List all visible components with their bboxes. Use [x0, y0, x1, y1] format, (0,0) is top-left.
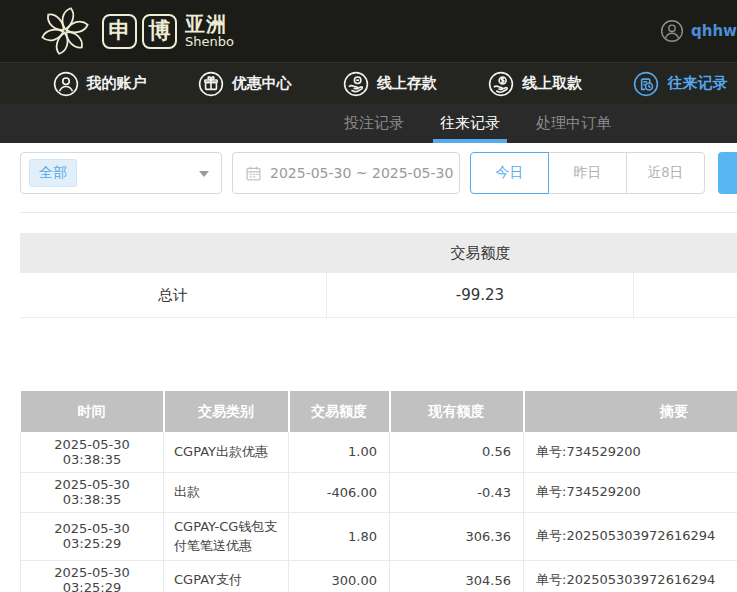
nav-label: 往来记录 — [667, 74, 727, 93]
summary-header-row: 交易额度 — [20, 233, 737, 273]
summary-total-row: 总计 -99.23 — [20, 273, 737, 318]
cell-memo: 单号:734529200 — [524, 432, 737, 472]
summary-empty-cell — [634, 273, 737, 317]
cell-memo: 单号:202505303972616294 — [524, 560, 737, 592]
cell-balance: -0.43 — [390, 472, 524, 512]
yesterday-button[interactable]: 昨日 — [548, 152, 627, 194]
table-row: 2025-05-30 03:25:29 CGPAY支付 300.00 304.5… — [21, 560, 737, 592]
nav-label: 优惠中心 — [232, 74, 292, 93]
divider — [20, 212, 737, 213]
chevron-down-icon — [199, 171, 209, 177]
tab-label: 处理中订单 — [536, 114, 611, 133]
last-8-days-button[interactable]: 近8日 — [626, 152, 705, 194]
search-button[interactable] — [718, 152, 737, 194]
user-avatar-icon — [660, 19, 684, 43]
col-header-type: 交易类别 — [164, 391, 289, 432]
record-tab-bar: 投注记录 往来记录 处理中订单 — [0, 104, 737, 143]
nav-item-promotions[interactable]: 优惠中心 — [172, 63, 317, 104]
quick-date-buttons: 今日 昨日 近8日 — [470, 152, 705, 194]
withdraw-icon — [488, 71, 514, 97]
summary-total-value: -99.23 — [327, 273, 634, 317]
summary-table: 交易额度 总计 -99.23 — [20, 233, 737, 318]
tab-betting-records[interactable]: 投注记录 — [340, 104, 408, 143]
transaction-records-page: 申 博 亚洲 Shenbo qhhw2 我的账户 — [0, 0, 737, 592]
cell-memo: 单号:202505303972616294 — [524, 512, 737, 560]
tab-pending-orders[interactable]: 处理中订单 — [532, 104, 615, 143]
cell-amount: 1.80 — [289, 512, 390, 560]
cell-balance: 0.56 — [390, 432, 524, 472]
cell-balance: 304.56 — [390, 560, 524, 592]
records-icon — [633, 71, 659, 97]
table-row: 2025-05-30 03:38:35 出款 -406.00 -0.43 单号:… — [21, 472, 737, 512]
filter-toolbar: 全部 2025-05-30 ~ 2025-05-30 今日 昨日 近8日 — [0, 152, 737, 194]
main-navigation: 我的账户 优惠中心 — [0, 62, 737, 104]
summary-total-label: 总计 — [20, 273, 327, 317]
cell-time: 2025-05-30 03:38:35 — [21, 432, 164, 472]
account-icon — [53, 71, 79, 97]
date-range-input[interactable]: 2025-05-30 ~ 2025-05-30 — [232, 152, 460, 194]
cell-type: 出款 — [164, 472, 289, 512]
nav-item-deposit[interactable]: 线上存款 — [317, 63, 462, 104]
cell-balance: 306.36 — [390, 512, 524, 560]
table-row: 2025-05-30 03:38:35 CGPAY出款优惠 1.00 0.56 … — [21, 432, 737, 472]
records-table: 时间 交易类别 交易额度 现有额度 摘要 2025-05-30 03:38:35… — [20, 391, 737, 592]
user-account-link[interactable]: qhhw2 — [660, 0, 737, 62]
cell-type: CGPAY出款优惠 — [164, 432, 289, 472]
nav-label: 我的账户 — [87, 74, 147, 93]
logo-char-box-2: 博 — [142, 14, 177, 49]
cell-memo: 单号:734529200 — [524, 472, 737, 512]
nav-item-withdraw[interactable]: 线上取款 — [463, 63, 608, 104]
logo-region-text: 亚洲 Shenbo — [185, 14, 234, 49]
cell-amount: 1.00 — [289, 432, 390, 472]
col-header-memo: 摘要 — [524, 391, 737, 432]
nav-item-my-account[interactable]: 我的账户 — [27, 63, 172, 104]
type-select[interactable]: 全部 — [20, 152, 222, 194]
nav-label: 线上取款 — [522, 74, 582, 93]
type-select-value[interactable]: 全部 — [29, 159, 77, 187]
cell-type: CGPAY-CG钱包支付笔笔送优惠 — [164, 512, 289, 560]
tab-label: 往来记录 — [440, 114, 500, 133]
nav-label: 线上存款 — [377, 74, 437, 93]
tab-transaction-records[interactable]: 往来记录 — [436, 104, 504, 143]
cell-amount: -406.00 — [289, 472, 390, 512]
col-header-amount: 交易额度 — [289, 391, 390, 432]
logo-region-en: Shenbo — [185, 35, 234, 49]
cell-time: 2025-05-30 03:25:29 — [21, 560, 164, 592]
cell-time: 2025-05-30 03:38:35 — [21, 472, 164, 512]
username-text: qhhw2 — [691, 22, 737, 40]
logo-region-cn: 亚洲 — [185, 14, 234, 35]
cell-amount: 300.00 — [289, 560, 390, 592]
today-button[interactable]: 今日 — [470, 152, 549, 194]
cell-type: CGPAY支付 — [164, 560, 289, 592]
cell-time: 2025-05-30 03:25:29 — [21, 512, 164, 560]
col-header-balance: 现有额度 — [390, 391, 524, 432]
table-header-row: 时间 交易类别 交易额度 现有额度 摘要 — [21, 391, 737, 432]
table-row: 2025-05-30 03:25:29 CGPAY-CG钱包支付笔笔送优惠 1.… — [21, 512, 737, 560]
deposit-icon — [343, 71, 369, 97]
brand-logo[interactable]: 申 博 亚洲 Shenbo — [38, 4, 234, 58]
top-header: 申 博 亚洲 Shenbo qhhw2 — [0, 0, 737, 62]
summary-header-amount: 交易额度 — [327, 244, 634, 263]
flower-logo-icon — [38, 4, 92, 58]
gift-icon — [198, 71, 224, 97]
date-range-value: 2025-05-30 ~ 2025-05-30 — [270, 165, 453, 181]
col-header-time: 时间 — [21, 391, 164, 432]
tab-label: 投注记录 — [344, 114, 404, 133]
nav-item-transaction-records[interactable]: 往来记录 — [608, 63, 737, 104]
calendar-icon — [245, 165, 262, 182]
logo-char-box-1: 申 — [102, 14, 137, 49]
